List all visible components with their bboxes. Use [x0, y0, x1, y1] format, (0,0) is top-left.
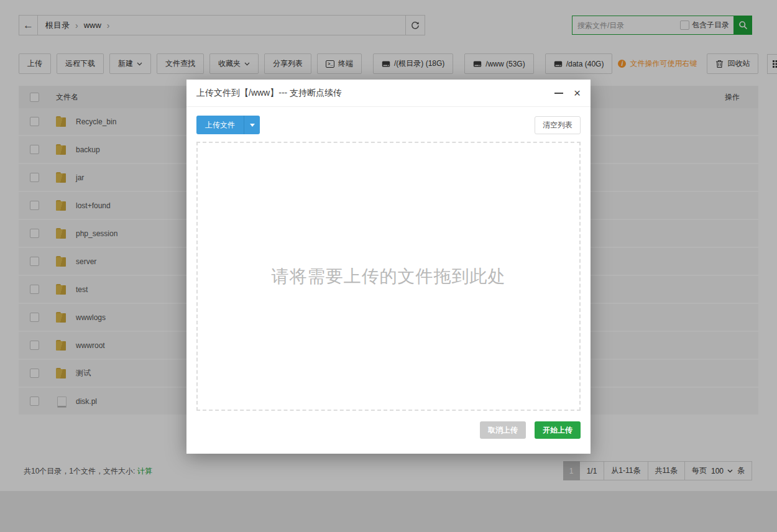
caret-down-icon: [250, 124, 255, 127]
upload-file-split-button: 上传文件: [196, 116, 260, 134]
upload-file-button[interactable]: 上传文件: [196, 116, 244, 134]
dialog-footer: 取消上传 开始上传: [196, 421, 581, 439]
start-upload-button[interactable]: 开始上传: [535, 421, 581, 439]
dialog-title: 上传文件到【/www】--- 支持断点续传: [196, 88, 342, 99]
minimize-icon[interactable]: [554, 93, 563, 94]
clear-list-button[interactable]: 清空列表: [535, 116, 581, 134]
dialog-body: 上传文件 清空列表 请将需要上传的文件拖到此处 取消上传 开始上传: [186, 107, 591, 439]
close-icon[interactable]: ×: [574, 87, 581, 99]
dialog-titlebar: 上传文件到【/www】--- 支持断点续传 ×: [186, 80, 591, 107]
dropzone-hint-text: 请将需要上传的文件拖到此处: [272, 265, 506, 288]
upload-dropzone[interactable]: 请将需要上传的文件拖到此处: [196, 142, 581, 411]
upload-dialog: 上传文件到【/www】--- 支持断点续传 × 上传文件 清空列表 请将需要上传…: [186, 80, 591, 454]
upload-options-caret-button[interactable]: [244, 116, 260, 134]
cancel-upload-button[interactable]: 取消上传: [480, 421, 526, 439]
